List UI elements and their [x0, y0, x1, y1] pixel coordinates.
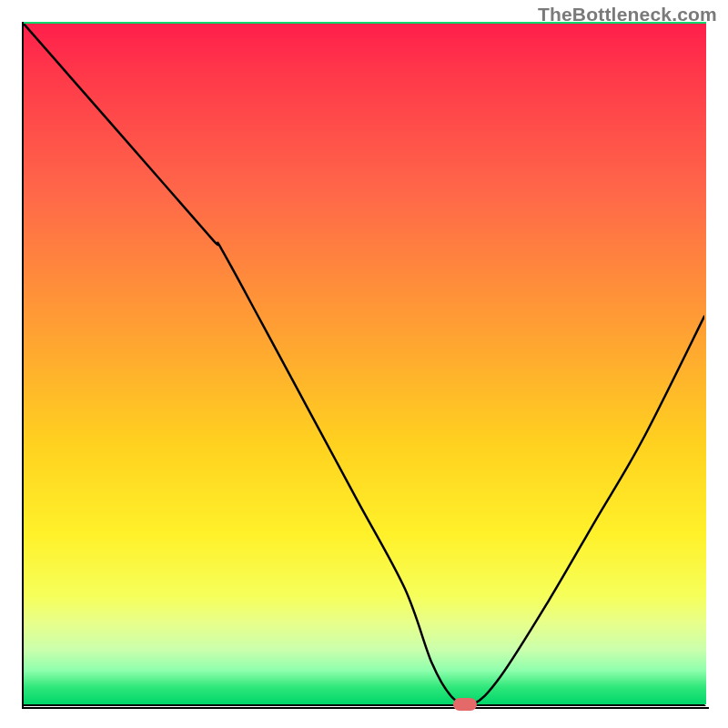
chart-container: TheBottleneck.com: [0, 0, 728, 728]
bottleneck-curve: [24, 24, 704, 704]
plot-area: [22, 22, 706, 706]
optimal-marker: [453, 698, 477, 711]
